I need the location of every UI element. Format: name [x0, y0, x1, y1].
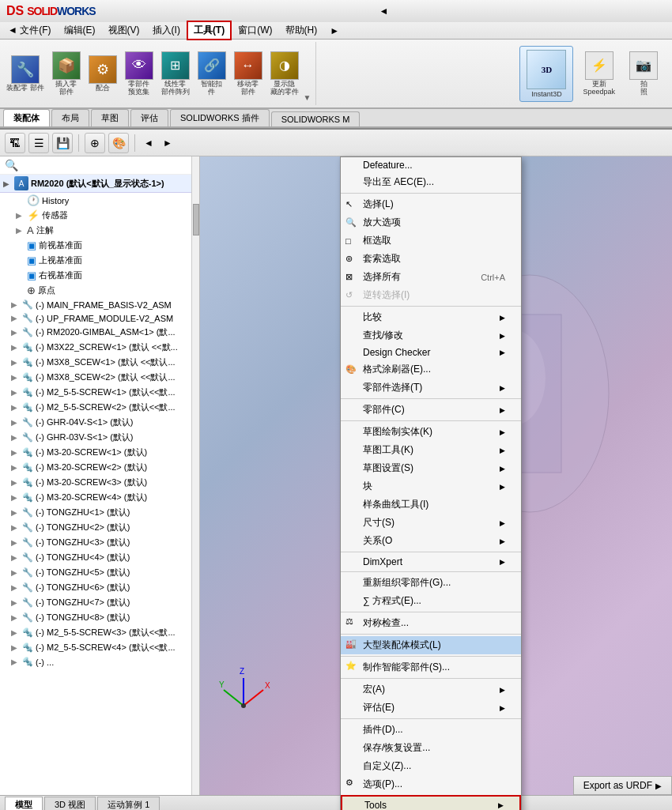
- dropdown-item-relations[interactable]: 关系(O ▶: [341, 532, 521, 550]
- menu-item-view[interactable]: 视图(V): [102, 22, 146, 39]
- dropdown-item-select-all[interactable]: ⊠ 选择所有 Ctrl+A: [341, 268, 521, 286]
- tab-assembly[interactable]: 装配体: [3, 109, 50, 126]
- dropdown-item-part-c[interactable]: 零部件(C) ▶: [341, 401, 521, 419]
- main-toolbar: 🔧 装配零 部件 📦 插入零部件 ⚙ 配合 👁 零部件预览集 ⊞ 线性零部件阵列…: [0, 40, 672, 109]
- dropdown-item-part-select[interactable]: 零部件选择(T) ▶: [341, 379, 521, 397]
- btn-speedpak[interactable]: ⚡ 更新Speedpak: [578, 48, 620, 100]
- btn-instant3d[interactable]: 3D Instant3D: [519, 46, 573, 102]
- dropdown-item-design-checker[interactable]: Design Checker ▶: [341, 345, 521, 360]
- dropdown-overlay[interactable]: Defeature... 导出至 AEC(E)... ↖ 选择(L) 🔍 放大选…: [0, 156, 672, 795]
- dropdown-item-compare[interactable]: 比较 ▶: [341, 308, 521, 326]
- menu-item-file[interactable]: ◄ 文件(F): [2, 22, 58, 39]
- dropdown-item-reorganize[interactable]: 重新组织零部件(G)...: [341, 574, 521, 592]
- dropdown-item-export-aec[interactable]: 导出至 AEC(E)...: [341, 173, 521, 191]
- tab-sketch[interactable]: 草图: [91, 109, 129, 126]
- dropdown-item-magnify[interactable]: 🔍 放大选项: [341, 213, 521, 232]
- toolbar-dropdown-arrow[interactable]: ▼: [304, 93, 311, 105]
- dropdown-item-invert-select[interactable]: ↺ 逆转选择(I): [341, 286, 521, 304]
- menu-bar: ◄ 文件(F) 编辑(E) 视图(V) 插入(I) 工具(T) 窗口(W) 帮助…: [0, 22, 672, 40]
- btn-color[interactable]: 🎨: [108, 133, 129, 153]
- title-bar: DS SOLIDWORKS ◄: [0, 0, 672, 22]
- btn-insert-part[interactable]: 📦 插入零部件: [49, 49, 84, 99]
- btn-scroll-right[interactable]: ►: [160, 138, 176, 149]
- toolbar-right: 3D Instant3D ⚡ 更新Speedpak 📷 拍照: [519, 46, 669, 102]
- tab-sw-m[interactable]: SOLIDWORKS M: [271, 111, 361, 126]
- tab-evaluate[interactable]: 评估: [130, 109, 168, 126]
- btn-target[interactable]: ⊕: [85, 133, 105, 153]
- menu-item-arrow[interactable]: ►: [323, 24, 345, 38]
- export-urdf-label: Export as URDF: [583, 780, 652, 791]
- btn-assemble[interactable]: 🔧 装配零 部件: [3, 53, 47, 95]
- dropdown-item-customize[interactable]: 自定义(Z)...: [341, 757, 521, 775]
- btn-save[interactable]: 💾: [52, 133, 73, 153]
- btn-snapshot[interactable]: 📷 拍照: [625, 48, 663, 100]
- btn-linear-array[interactable]: ⊞ 线性零部件阵列: [158, 49, 193, 99]
- menu-item-tools[interactable]: 工具(T): [187, 21, 232, 40]
- tab-sw-plugin[interactable]: SOLIDWORKS 插件: [170, 109, 270, 126]
- menu-item-edit[interactable]: 编辑(E): [58, 22, 102, 39]
- btn-move[interactable]: ↔ 移动零部件: [231, 49, 266, 99]
- btn-list-view[interactable]: ☰: [28, 133, 49, 153]
- menu-item-insert[interactable]: 插入(I): [146, 22, 187, 39]
- toolbar-group-assembly: 🔧 装配零 部件 📦 插入零部件 ⚙ 配合 👁 零部件预览集 ⊞ 线性零部件阵列…: [3, 42, 316, 105]
- menu-item-help[interactable]: 帮助(H): [279, 22, 324, 39]
- dropdown-item-save-restore[interactable]: 保存/恢复设置...: [341, 739, 521, 757]
- dropdown-item-box-select[interactable]: □ 框选取: [341, 232, 521, 250]
- btn-display-hide[interactable]: ◑ 显示隐藏的零件: [267, 49, 302, 99]
- dropdown-item-block[interactable]: 块 ▶: [341, 477, 521, 495]
- dropdown-item-sketch-tools[interactable]: 草图工具(K) ▶: [341, 441, 521, 459]
- dropdown-item-options[interactable]: ⚙ 选项(P)...: [341, 775, 521, 793]
- dropdown-item-macro[interactable]: 宏(A) ▶: [341, 680, 521, 699]
- status-bar: 模型 3D 视图 运动算例 1: [0, 795, 672, 810]
- btn-scroll-left[interactable]: ◄: [141, 138, 157, 149]
- dropdown-item-defeature[interactable]: Defeature...: [341, 157, 521, 173]
- btn-assembly-view[interactable]: 🏗: [5, 133, 25, 153]
- dropdown-item-large-assembly[interactable]: 🏭 大型装配体模式(L): [341, 636, 521, 654]
- dropdown-item-find-modify[interactable]: 查找/修改 ▶: [341, 326, 521, 345]
- tools-dropdown-menu: Defeature... 导出至 AEC(E)... ↖ 选择(L) 🔍 放大选…: [340, 156, 522, 810]
- solidworks-logo: SOLIDWORKS: [27, 5, 95, 17]
- dropdown-item-smart-part[interactable]: ⭐ 制作智能零部件(S)...: [341, 658, 521, 676]
- dropdown-item-spline[interactable]: 样条曲线工具(I): [341, 495, 521, 514]
- dropdown-item-lasso[interactable]: ⊚ 套索选取: [341, 250, 521, 268]
- status-tab-3dview[interactable]: 3D 视图: [44, 797, 96, 810]
- dropdown-item-equation[interactable]: ∑ 方程式(E)...: [341, 592, 521, 610]
- dropdown-item-sym-check[interactable]: ⚖ 对称检查...: [341, 614, 521, 632]
- dropdown-item-select[interactable]: ↖ 选择(L): [341, 195, 521, 213]
- dropdown-item-format-paint[interactable]: 🎨 格式涂刷器(E)...: [341, 360, 521, 379]
- dropdown-item-dimxpert[interactable]: DimXpert ▶: [341, 554, 521, 570]
- tab-bar: 装配体 布局 草图 评估 SOLIDWORKS 插件 SOLIDWORKS M: [0, 109, 672, 128]
- title-arrow-left[interactable]: ◄: [379, 6, 388, 17]
- dropdown-item-sketch-settings[interactable]: 草图设置(S) ▶: [341, 459, 521, 477]
- tab-layout[interactable]: 布局: [51, 109, 89, 126]
- status-tab-model[interactable]: 模型: [5, 797, 43, 810]
- export-urdf-btn[interactable]: Export as URDF ▶: [573, 776, 672, 795]
- btn-smart[interactable]: 🔗 智能扣件: [194, 49, 229, 99]
- dropdown-item-sketch-entity[interactable]: 草图绘制实体(K) ▶: [341, 423, 521, 441]
- menu-item-window[interactable]: 窗口(W): [232, 22, 278, 39]
- secondary-toolbar: 🏗 ☰ 💾 ⊕ 🎨 ◄ ►: [0, 130, 672, 156]
- btn-part-preview[interactable]: 👁 零部件预览集: [122, 49, 157, 99]
- export-urdf-arrow: ▶: [655, 782, 662, 790]
- ds-logo: DS: [6, 4, 24, 18]
- status-tab-motion[interactable]: 运动算例 1: [97, 797, 160, 810]
- dropdown-item-dimensions[interactable]: 尺寸(S) ▶: [341, 514, 521, 532]
- dropdown-item-evaluate-e[interactable]: 评估(E) ▶: [341, 699, 521, 717]
- tools-submenu-item[interactable]: Tools ▶: [341, 795, 521, 810]
- dropdown-item-plugin[interactable]: 插件(D)...: [341, 721, 521, 739]
- btn-mate[interactable]: ⚙ 配合: [85, 53, 120, 95]
